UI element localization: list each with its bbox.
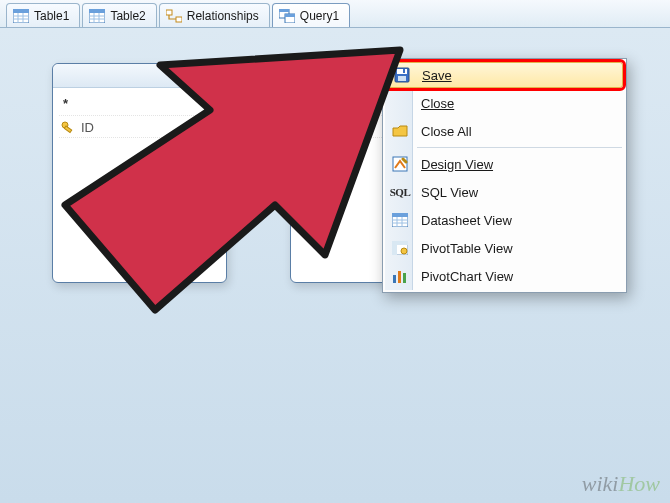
menu-item-label: PivotChart View	[421, 269, 513, 284]
pivotchart-icon	[390, 266, 410, 286]
menu-item-close[interactable]: Close	[385, 89, 624, 117]
watermark-wiki: wiki	[582, 471, 619, 496]
svg-rect-17	[285, 14, 295, 17]
field-label: ID	[319, 120, 332, 135]
sql-view-icon: SQL	[390, 182, 410, 202]
svg-rect-38	[398, 271, 401, 283]
svg-point-36	[401, 248, 407, 254]
field-row-id[interactable]: ID	[59, 116, 220, 138]
svg-rect-24	[398, 76, 406, 81]
relationships-icon	[166, 9, 182, 23]
tab-bar: Table1 Table2 Relationships Query1	[0, 0, 670, 28]
primary-key-icon	[299, 121, 313, 135]
design-view-icon	[390, 154, 410, 174]
menu-item-datasheet-view[interactable]: Datasheet View	[385, 206, 624, 234]
query-icon	[279, 9, 295, 23]
svg-rect-25	[403, 69, 405, 73]
menu-item-label: Datasheet View	[421, 213, 512, 228]
save-icon	[392, 65, 412, 85]
menu-item-pivotchart-view[interactable]: PivotChart View	[385, 262, 624, 290]
table-icon	[89, 9, 105, 23]
menu-item-label: Save	[422, 68, 452, 83]
panel-body: * ID	[53, 88, 226, 138]
svg-rect-15	[279, 9, 289, 12]
primary-key-icon	[61, 121, 75, 135]
menu-item-design-view[interactable]: Design View	[385, 150, 624, 178]
menu-item-label: Close All	[421, 124, 472, 139]
menu-separator	[417, 147, 622, 148]
tab-table1[interactable]: Table1	[6, 3, 80, 27]
svg-rect-13	[176, 17, 182, 22]
watermark-how: How	[618, 471, 660, 496]
svg-rect-35	[392, 241, 408, 245]
pivottable-icon	[390, 238, 410, 258]
svg-rect-21	[302, 126, 309, 132]
svg-rect-1	[13, 9, 29, 13]
field-row-star[interactable]: *	[59, 94, 220, 116]
menu-item-label: Design View	[421, 157, 493, 172]
svg-rect-37	[393, 275, 396, 283]
menu-item-label: Close	[421, 96, 454, 111]
close-icon	[390, 93, 410, 113]
menu-item-save[interactable]: Save	[386, 62, 623, 88]
menu-item-pivottable-view[interactable]: PivotTable View	[385, 234, 624, 262]
tab-table2[interactable]: Table2	[82, 3, 156, 27]
tab-label: Table2	[110, 9, 145, 23]
menu-item-label: PivotTable View	[421, 241, 513, 256]
svg-rect-12	[166, 10, 172, 15]
workspace: * ID * ID Sa	[0, 28, 670, 503]
svg-rect-19	[64, 126, 71, 132]
menu-item-close-all[interactable]: Close All	[385, 117, 624, 145]
tab-query1[interactable]: Query1	[272, 3, 350, 27]
table-panel-1[interactable]: * ID	[52, 63, 227, 283]
context-menu: Save Close Close All Design View SQL SQL…	[382, 58, 627, 293]
folder-icon	[390, 121, 410, 141]
svg-rect-39	[403, 273, 406, 283]
tab-label: Query1	[300, 9, 339, 23]
datasheet-icon	[390, 210, 410, 230]
menu-item-label: SQL View	[421, 185, 478, 200]
table-icon	[13, 9, 29, 23]
svg-rect-23	[397, 69, 407, 74]
menu-item-sql-view[interactable]: SQL SQL View	[385, 178, 624, 206]
field-label: ID	[81, 120, 94, 135]
watermark: wikiHow	[582, 471, 660, 497]
svg-rect-28	[392, 213, 408, 217]
tab-relationships[interactable]: Relationships	[159, 3, 270, 27]
svg-rect-7	[89, 9, 105, 13]
tab-label: Relationships	[187, 9, 259, 23]
tab-label: Table1	[34, 9, 69, 23]
panel-header[interactable]	[53, 64, 226, 88]
